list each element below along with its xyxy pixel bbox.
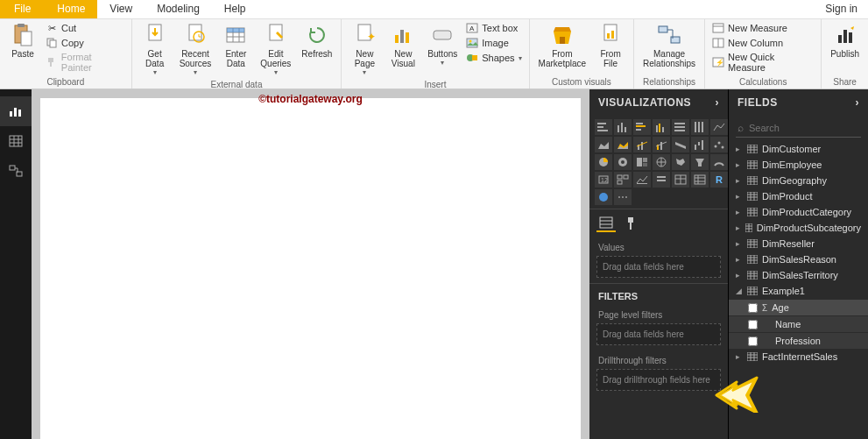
viz-pie[interactable] bbox=[595, 154, 612, 170]
new-quick-measure-button[interactable]: ⚡New Quick Measure bbox=[710, 51, 815, 74]
format-tab[interactable] bbox=[621, 215, 640, 232]
fields-header[interactable]: FIELDS › bbox=[729, 89, 868, 116]
file-tab[interactable]: File bbox=[0, 0, 45, 18]
from-marketplace-button[interactable]: From Marketplace bbox=[535, 21, 589, 70]
new-visual-button[interactable]: New Visual bbox=[385, 21, 420, 70]
refresh-button[interactable]: Refresh bbox=[298, 21, 335, 60]
viz-custom[interactable]: ⋯ bbox=[614, 189, 632, 205]
fields-tab[interactable] bbox=[596, 215, 616, 232]
table-row[interactable]: ▸DimEmployee bbox=[729, 157, 868, 173]
viz-100-bar[interactable] bbox=[672, 119, 689, 135]
values-drop-zone[interactable]: Drag data fields here bbox=[596, 256, 721, 278]
viz-multi-card[interactable] bbox=[614, 172, 632, 188]
new-measure-button[interactable]: New Measure bbox=[710, 21, 815, 35]
field-row[interactable]: ΣAge bbox=[729, 299, 868, 315]
viz-area[interactable] bbox=[595, 137, 612, 152]
data-view-button[interactable] bbox=[0, 126, 32, 156]
text-box-button[interactable]: AText box bbox=[464, 21, 523, 35]
field-row[interactable]: Profession bbox=[729, 332, 868, 349]
viz-card[interactable]: 12 bbox=[595, 172, 612, 188]
model-view-button[interactable] bbox=[0, 156, 32, 186]
shapes-button[interactable]: Shapes ▾ bbox=[464, 51, 523, 65]
viz-arcgis[interactable] bbox=[595, 189, 612, 205]
viz-filled-map[interactable] bbox=[672, 154, 689, 170]
table-row[interactable]: ▸DimSalesTerritory bbox=[729, 267, 868, 283]
field-checkbox[interactable] bbox=[748, 303, 758, 313]
page-filters-drop-zone[interactable]: Drag data fields here bbox=[596, 323, 721, 345]
viz-map[interactable] bbox=[653, 154, 670, 170]
paste-button[interactable]: Paste bbox=[5, 21, 40, 60]
table-row[interactable]: ◢Example1 bbox=[729, 283, 868, 299]
drillthrough-drop-zone[interactable]: Drag drillthrough fields here bbox=[596, 369, 721, 391]
get-data-button[interactable]: Get Data▾ bbox=[138, 21, 173, 78]
svg-rect-91 bbox=[617, 175, 622, 179]
table-row[interactable]: ▸DimReseller bbox=[729, 236, 868, 251]
manage-relationships-button[interactable]: Manage Relationships bbox=[639, 21, 699, 70]
viz-format-tabs bbox=[589, 209, 728, 237]
sign-in-link[interactable]: Sign in bbox=[815, 0, 868, 18]
svg-rect-110 bbox=[747, 145, 758, 153]
main-area: ©tutorialgateway.org VISUALIZATIONS › bbox=[0, 89, 868, 439]
table-row[interactable]: ▸DimProduct bbox=[729, 188, 868, 204]
visualizations-header[interactable]: VISUALIZATIONS › bbox=[589, 89, 728, 116]
field-checkbox[interactable] bbox=[748, 320, 758, 329]
table-row[interactable]: ▸DimCustomer bbox=[729, 141, 868, 157]
report-view-button[interactable] bbox=[0, 96, 32, 126]
buttons-button[interactable]: Buttons▾ bbox=[424, 21, 461, 68]
viz-matrix[interactable] bbox=[691, 172, 709, 188]
svg-rect-65 bbox=[662, 127, 664, 132]
format-painter-button[interactable]: Format Painter bbox=[44, 51, 126, 74]
cut-button[interactable]: ✂Cut bbox=[44, 21, 126, 35]
viz-treemap[interactable] bbox=[633, 154, 651, 170]
enter-data-button[interactable]: Enter Data bbox=[218, 21, 253, 70]
left-nav bbox=[0, 89, 32, 439]
viz-100-column[interactable] bbox=[691, 119, 709, 135]
help-tab[interactable]: Help bbox=[212, 0, 258, 18]
viz-line-col[interactable] bbox=[633, 137, 651, 152]
home-tab[interactable]: Home bbox=[45, 0, 97, 18]
viz-ribbon[interactable] bbox=[672, 137, 689, 152]
image-button[interactable]: Image bbox=[464, 36, 523, 50]
viz-r[interactable]: R bbox=[710, 172, 728, 188]
svg-rect-42 bbox=[843, 30, 847, 43]
viz-line-col2[interactable] bbox=[653, 137, 670, 152]
field-row[interactable]: Name bbox=[729, 315, 868, 332]
viz-kpi[interactable] bbox=[633, 172, 651, 188]
table-row[interactable]: ▸DimGeography bbox=[729, 173, 868, 188]
view-tab[interactable]: View bbox=[97, 0, 145, 18]
viz-slicer[interactable] bbox=[653, 172, 670, 188]
viz-clustered-bar[interactable] bbox=[633, 119, 651, 135]
field-checkbox[interactable] bbox=[748, 336, 758, 346]
table-row[interactable]: ▸DimSalesReason bbox=[729, 251, 868, 267]
copy-button[interactable]: Copy bbox=[44, 36, 126, 50]
viz-waterfall[interactable] bbox=[691, 137, 709, 152]
search-input[interactable] bbox=[749, 123, 868, 133]
viz-line[interactable] bbox=[710, 119, 728, 135]
svg-rect-5 bbox=[48, 58, 53, 62]
viz-donut[interactable] bbox=[614, 154, 632, 170]
viz-scatter[interactable] bbox=[710, 137, 728, 152]
viz-gauge[interactable] bbox=[710, 154, 728, 170]
viz-table[interactable] bbox=[672, 172, 689, 188]
table-row[interactable]: ▸FactInternetSales bbox=[729, 349, 868, 365]
from-file-button[interactable]: From File bbox=[593, 21, 628, 70]
viz-funnel[interactable] bbox=[691, 154, 709, 170]
report-canvas[interactable] bbox=[40, 98, 581, 439]
viz-stacked-bar[interactable] bbox=[595, 119, 612, 135]
new-column-button[interactable]: New Column bbox=[710, 36, 815, 50]
svg-rect-75 bbox=[660, 142, 662, 150]
recent-sources-button[interactable]: Recent Sources▾ bbox=[176, 21, 215, 78]
table-row[interactable]: ▸DimProductSubcategory bbox=[729, 220, 868, 236]
clipboard-icon bbox=[11, 23, 35, 47]
viz-clustered-column[interactable] bbox=[653, 119, 670, 135]
page-filters-label: Page level filters bbox=[589, 305, 728, 322]
viz-stacked-column[interactable] bbox=[614, 119, 632, 135]
modeling-tab[interactable]: Modeling bbox=[145, 0, 212, 18]
viz-stacked-area[interactable] bbox=[614, 137, 632, 152]
new-page-button[interactable]: ✦New Page▾ bbox=[347, 21, 382, 78]
publish-button[interactable]: Publish bbox=[827, 21, 863, 60]
edit-queries-button[interactable]: Edit Queries▾ bbox=[257, 21, 294, 78]
svg-rect-60 bbox=[636, 123, 643, 124]
fields-search[interactable]: ⌕ bbox=[736, 119, 861, 138]
table-row[interactable]: ▸DimProductCategory bbox=[729, 204, 868, 220]
